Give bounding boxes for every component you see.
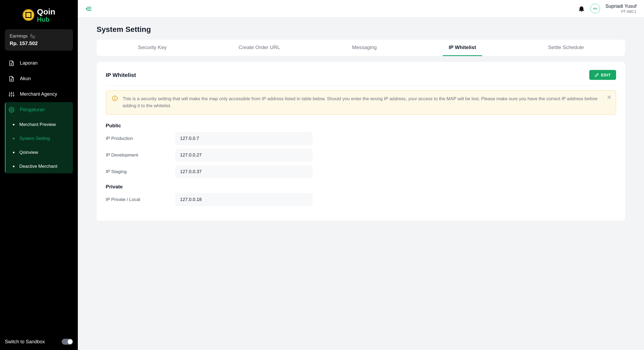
brand-name-bottom: Hub xyxy=(37,16,55,23)
sidebar-item-akun[interactable]: Akun xyxy=(5,71,73,87)
warning-text: This is a security setting that will mak… xyxy=(123,95,603,110)
svg-point-14 xyxy=(11,109,12,111)
sidebar-item-label: Laporan xyxy=(20,60,38,66)
field-ip-staging: IP Staging 127.0.0.37 xyxy=(106,166,616,178)
brand-logo[interactable]: Qoin Hub xyxy=(5,8,73,23)
warning-icon xyxy=(112,95,118,110)
field-ip-private-local: IP Private / Local 127.0.0.18 xyxy=(106,193,616,206)
sidebar-subitem-label: Qoinview xyxy=(19,150,38,155)
sidebar-subitem-system-setting[interactable]: System Setting xyxy=(5,132,73,146)
tabs: Security Key Create Order URL Messaging … xyxy=(97,40,625,56)
close-icon[interactable] xyxy=(607,95,612,100)
field-value: 127.0.0.27 xyxy=(175,149,312,161)
svg-point-20 xyxy=(115,99,115,100)
tab-create-order-url[interactable]: Create Order URL xyxy=(233,40,286,56)
sidebar-item-pengaturan[interactable]: Pengaturan xyxy=(5,102,73,118)
user-block[interactable]: Supriadi Yusuf PT ABC1 xyxy=(605,3,636,14)
sandbox-toggle[interactable] xyxy=(62,339,73,345)
bullet-icon xyxy=(13,124,14,125)
bell-icon[interactable] xyxy=(578,5,585,12)
ip-whitelist-panel: IP Whitelist EDIT This is a security set… xyxy=(97,62,625,221)
logo-icon xyxy=(23,9,34,21)
section-title-public: Public xyxy=(106,123,616,129)
bullet-icon xyxy=(13,166,14,167)
earnings-card: Earnings Rp. 157.502 xyxy=(5,29,73,51)
sidebar: Qoin Hub Earnings Rp. 157.502 Laporan xyxy=(0,0,78,350)
field-label: IP Development xyxy=(106,152,175,158)
document-icon xyxy=(9,60,14,66)
field-value: 127.0.0.7 xyxy=(175,132,312,145)
sidebar-item-merchant-agency[interactable]: Merchant Agency xyxy=(5,87,73,102)
earnings-label: Earnings xyxy=(10,33,28,39)
section-title-private: Private xyxy=(106,184,616,190)
user-org: PT ABC1 xyxy=(605,9,636,14)
sidebar-subitem-label: System Setting xyxy=(19,136,50,141)
field-value: 127.0.0.18 xyxy=(175,193,312,206)
gear-icon xyxy=(9,107,14,113)
sidebar-subitem-merchant-preview[interactable]: Merchant Preview xyxy=(5,118,73,132)
sliders-icon xyxy=(9,91,14,97)
sidebar-group-pengaturan: Pengaturan Merchant Preview System Setti… xyxy=(5,102,73,173)
org-avatar[interactable]: BSI xyxy=(590,4,600,13)
field-label: IP Staging xyxy=(106,169,175,174)
tab-security-key[interactable]: Security Key xyxy=(132,40,173,56)
field-ip-development: IP Development 127.0.0.27 xyxy=(106,149,616,161)
sidebar-subitem-label: Deactive Merchant xyxy=(19,164,57,169)
sidebar-subitem-label: Merchant Preview xyxy=(19,122,56,127)
bullet-icon xyxy=(13,138,14,139)
sidebar-subitem-deactive-merchant[interactable]: Deactive Merchant xyxy=(5,159,73,173)
sidebar-subitem-qoinview[interactable]: Qoinview xyxy=(5,146,73,159)
brand-name-top: Qoin xyxy=(37,8,55,16)
sidebar-item-label: Pengaturan xyxy=(20,107,45,113)
document-icon xyxy=(9,76,14,82)
pencil-icon xyxy=(595,73,599,77)
sidebar-item-label: Akun xyxy=(20,76,31,81)
bullet-icon xyxy=(13,152,14,153)
warning-alert: This is a security setting that will mak… xyxy=(106,90,616,115)
topbar: BSI Supriadi Yusuf PT ABC1 xyxy=(78,0,644,18)
page-title: System Setting xyxy=(97,25,625,34)
edit-button-label: EDIT xyxy=(601,73,611,77)
field-ip-production: IP Production 127.0.0.7 xyxy=(106,132,616,145)
tab-ip-whitelist[interactable]: IP Whitelist xyxy=(443,40,482,56)
user-name: Supriadi Yusuf xyxy=(605,3,636,9)
field-value: 127.0.0.37 xyxy=(175,166,312,178)
sidebar-item-label: Merchant Agency xyxy=(20,91,57,97)
sandbox-row: Switch to Sandbox xyxy=(5,339,73,345)
collapse-sidebar-icon[interactable] xyxy=(85,6,92,12)
edit-button[interactable]: EDIT xyxy=(589,70,616,80)
sidebar-item-laporan[interactable]: Laporan xyxy=(5,55,73,71)
tab-settle-schedule[interactable]: Settle Schedule xyxy=(542,40,590,56)
visibility-off-icon[interactable] xyxy=(30,34,35,39)
field-label: IP Production xyxy=(106,136,175,141)
tab-messaging[interactable]: Messaging xyxy=(346,40,383,56)
earnings-value: Rp. 157.502 xyxy=(10,40,68,46)
field-label: IP Private / Local xyxy=(106,197,175,202)
panel-title: IP Whitelist xyxy=(106,72,136,78)
sandbox-label: Switch to Sandbox xyxy=(5,339,45,345)
